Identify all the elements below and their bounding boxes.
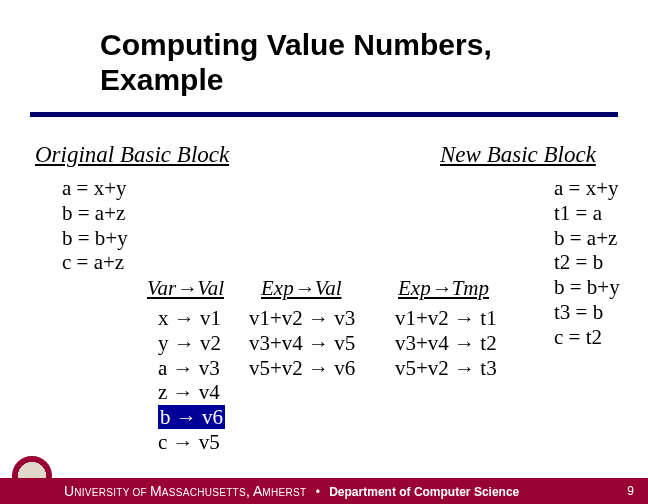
map-row: v3+v4 → t2	[395, 331, 497, 356]
map-row: v1+v2 → v3	[249, 306, 355, 331]
map-row: v5+v2 → v6	[249, 356, 355, 381]
new-basic-block: a = x+y t1 = a b = a+z t2 = b b = b+y t3…	[554, 176, 620, 349]
slide-title: Computing Value Numbers, Example	[100, 28, 600, 97]
code-line: c = a+z	[62, 250, 128, 275]
map-row: x → v1	[158, 306, 225, 331]
footer-text: UNIVERSITY OF MASSACHUSETTS, AMHERST • D…	[64, 483, 519, 499]
map-row: v5+v2 → t3	[395, 356, 497, 381]
exptmp-column: v1+v2 → t1 v3+v4 → t2 v5+v2 → t3	[395, 306, 497, 380]
original-block-heading: Original Basic Block	[35, 142, 229, 168]
map-row: z → v4	[158, 380, 225, 405]
map-row: c → v5	[158, 430, 225, 455]
code-line: b = a+z	[62, 201, 128, 226]
code-line: b = b+y	[62, 226, 128, 251]
page-number: 9	[627, 484, 634, 498]
new-block-heading: New Basic Block	[440, 142, 596, 168]
expval-heading: Exp→Val	[261, 276, 341, 301]
code-line: t3 = b	[554, 300, 620, 325]
code-line: t2 = b	[554, 250, 620, 275]
varval-column: x → v1 y → v2 a → v3 z → v4 b → v6 c → v…	[158, 306, 225, 455]
code-line: t1 = a	[554, 201, 620, 226]
code-line: c = t2	[554, 325, 620, 350]
code-line: b = b+y	[554, 275, 620, 300]
highlighted-entry: b → v6	[158, 405, 225, 429]
code-line: a = x+y	[62, 176, 128, 201]
code-line: a = x+y	[554, 176, 620, 201]
code-line: b = a+z	[554, 226, 620, 251]
varval-heading: Var→Val	[147, 276, 224, 301]
original-basic-block: a = x+y b = a+z b = b+y c = a+z	[62, 176, 128, 275]
map-row: v1+v2 → t1	[395, 306, 497, 331]
map-row: y → v2	[158, 331, 225, 356]
exptmp-heading: Exp→Tmp	[398, 276, 489, 301]
footer-bar: UNIVERSITY OF MASSACHUSETTS, AMHERST • D…	[0, 478, 648, 504]
map-row: a → v3	[158, 356, 225, 381]
map-row: b → v6	[158, 405, 225, 430]
map-row: v3+v4 → v5	[249, 331, 355, 356]
title-rule	[30, 112, 618, 117]
expval-column: v1+v2 → v3 v3+v4 → v5 v5+v2 → v6	[249, 306, 355, 380]
